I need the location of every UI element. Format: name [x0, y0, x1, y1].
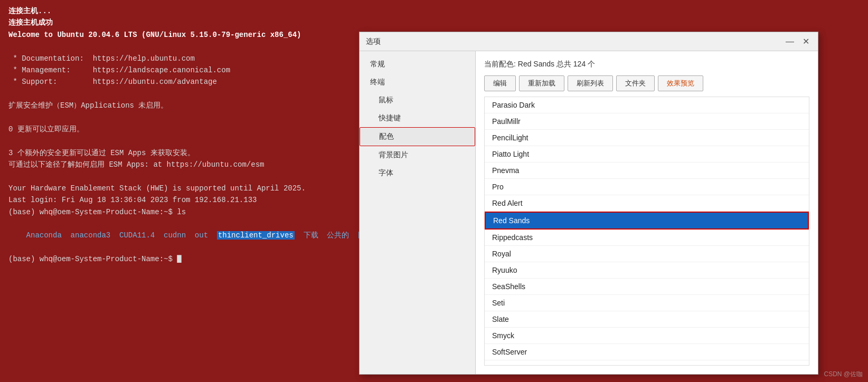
- folder-button[interactable]: 文件夹: [616, 75, 655, 91]
- scheme-item[interactable]: PaulMillr: [485, 113, 809, 130]
- scheme-item[interactable]: Red Sands: [485, 212, 809, 230]
- scheme-item[interactable]: Royal: [485, 246, 809, 262]
- nav-item-general[interactable]: 常规: [360, 55, 475, 73]
- scheme-item[interactable]: Pro: [485, 179, 809, 195]
- scheme-item[interactable]: SoftServer: [485, 344, 809, 360]
- close-button[interactable]: ✕: [800, 37, 812, 46]
- terminal-highlight: thinclient_drives: [217, 231, 295, 240]
- edit-button[interactable]: 编辑: [484, 75, 516, 91]
- scheme-list[interactable]: Parasio DarkPaulMillrPencilLightPiatto L…: [484, 97, 809, 366]
- terminal-text: 下载 公共的 图: [295, 231, 365, 240]
- watermark: CSDN @佐咖: [824, 370, 863, 379]
- scheme-item[interactable]: Rippedcasts: [485, 230, 809, 246]
- preview-button[interactable]: 效果预览: [658, 75, 703, 91]
- scheme-item[interactable]: Smyck: [485, 328, 809, 344]
- scheme-item[interactable]: Parasio Dark: [485, 97, 809, 113]
- scheme-item[interactable]: Solarized Darcula: [485, 360, 809, 366]
- content-area: 当前配色: Red Sands 总共 124 个 编辑 重新加载 刷新列表 文件…: [476, 51, 818, 374]
- scheme-item[interactable]: Piatto Light: [485, 146, 809, 163]
- refresh-list-button[interactable]: 刷新列表: [568, 75, 613, 91]
- nav-item-colorscheme[interactable]: 配色: [360, 127, 475, 146]
- scheme-item[interactable]: Seti: [485, 295, 809, 311]
- scheme-item[interactable]: Ryuuko: [485, 262, 809, 279]
- scheme-item[interactable]: Slate: [485, 311, 809, 328]
- scheme-item[interactable]: Pnevma: [485, 163, 809, 179]
- nav-item-mouse[interactable]: 鼠标: [360, 91, 475, 109]
- dialog-body: 常规 终端 鼠标 快捷键 配色 背景图片 字体 当前配色: Red Sands …: [360, 51, 818, 374]
- reload-button[interactable]: 重新加载: [519, 75, 564, 91]
- nav-sidebar: 常规 终端 鼠标 快捷键 配色 背景图片 字体: [360, 51, 476, 374]
- nav-item-font[interactable]: 字体: [360, 164, 475, 182]
- nav-item-background[interactable]: 背景图片: [360, 146, 475, 164]
- options-dialog: 选项 — ✕ 常规 终端 鼠标 快捷键 配色 背景图片 字体 当前配色: Red…: [359, 32, 818, 375]
- scheme-item[interactable]: SeaShells: [485, 279, 809, 295]
- content-header: 当前配色: Red Sands 总共 124 个: [484, 60, 809, 69]
- scheme-item[interactable]: Red Alert: [485, 195, 809, 212]
- scheme-item[interactable]: PencilLight: [485, 130, 809, 146]
- terminal-line: 连接主机...: [8, 5, 860, 17]
- dialog-controls: — ✕: [784, 37, 812, 46]
- dialog-title: 选项: [366, 37, 381, 46]
- terminal-text: Anaconda anaconda3 CUDA11.4 cudnn out: [26, 231, 217, 240]
- dialog-titlebar: 选项 — ✕: [360, 32, 818, 51]
- minimize-button[interactable]: —: [784, 37, 796, 46]
- nav-item-shortcuts[interactable]: 快捷键: [360, 109, 475, 127]
- toolbar: 编辑 重新加载 刷新列表 文件夹 效果预览: [484, 75, 809, 91]
- terminal-line: 连接主机成功: [8, 17, 860, 28]
- nav-item-terminal[interactable]: 终端: [360, 73, 475, 91]
